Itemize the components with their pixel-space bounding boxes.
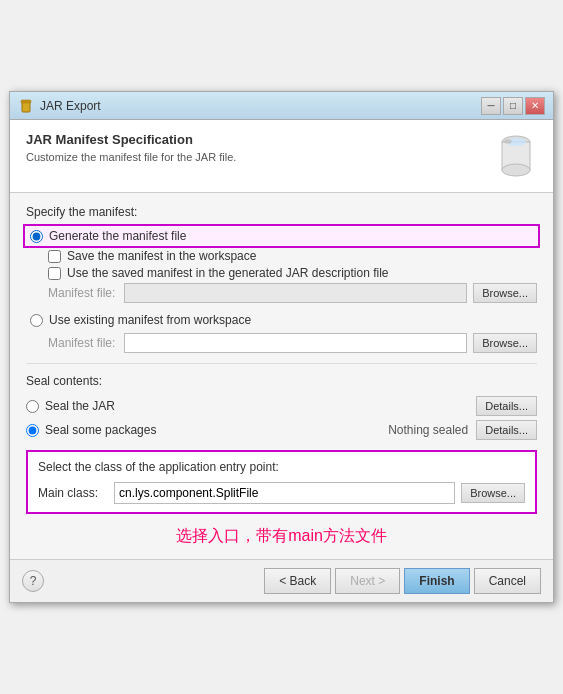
main-class-label: Main class: xyxy=(38,486,108,500)
svg-rect-6 xyxy=(505,140,511,143)
cancel-button[interactable]: Cancel xyxy=(474,568,541,594)
nothing-sealed-text: Nothing sealed xyxy=(388,423,468,437)
manifest-file-input2[interactable] xyxy=(124,333,467,353)
header-text: JAR Manifest Specification Customize the… xyxy=(26,132,236,163)
generate-manifest-label: Generate the manifest file xyxy=(49,229,186,243)
jar-icon xyxy=(495,132,537,182)
manifest-file-label1: Manifest file: xyxy=(48,286,118,300)
minimize-button[interactable]: ─ xyxy=(481,97,501,115)
seal-some-details-button[interactable]: Details... xyxy=(476,420,537,440)
entry-point-title: Select the class of the application entr… xyxy=(38,460,525,474)
next-button[interactable]: Next > xyxy=(335,568,400,594)
seal-some-label: Seal some packages xyxy=(45,423,156,437)
browse-button-2[interactable]: Browse... xyxy=(473,333,537,353)
seal-some-left[interactable]: Seal some packages xyxy=(26,423,156,437)
use-saved-checkbox[interactable] xyxy=(48,267,61,280)
seal-some-row: Seal some packages Nothing sealed Detail… xyxy=(26,420,537,440)
svg-rect-0 xyxy=(22,102,30,112)
titlebar: JAR Export ─ □ ✕ xyxy=(10,92,553,120)
generate-manifest-radio[interactable] xyxy=(30,230,43,243)
maximize-button[interactable]: □ xyxy=(503,97,523,115)
titlebar-controls: ─ □ ✕ xyxy=(481,97,545,115)
seal-jar-left[interactable]: Seal the JAR xyxy=(26,399,115,413)
close-button[interactable]: ✕ xyxy=(525,97,545,115)
entry-point-box: Select the class of the application entr… xyxy=(26,450,537,514)
seal-jar-details-button[interactable]: Details... xyxy=(476,396,537,416)
window-title: JAR Export xyxy=(40,99,101,113)
generate-manifest-option[interactable]: Generate the manifest file xyxy=(26,227,537,245)
entry-point-row: Main class: Browse... xyxy=(38,482,525,504)
seal-some-right: Nothing sealed Details... xyxy=(388,420,537,440)
save-workspace-checkbox[interactable] xyxy=(48,250,61,263)
save-workspace-label: Save the manifest in the workspace xyxy=(67,249,256,263)
jar-title-icon xyxy=(18,98,34,114)
titlebar-left: JAR Export xyxy=(18,98,101,114)
browse-button-1[interactable]: Browse... xyxy=(473,283,537,303)
seal-section: Seal contents: Seal the JAR Details... S… xyxy=(26,374,537,440)
main-class-input[interactable] xyxy=(114,482,455,504)
save-workspace-checkbox-row[interactable]: Save the manifest in the workspace xyxy=(48,249,537,263)
seal-jar-label: Seal the JAR xyxy=(45,399,115,413)
main-content: Specify the manifest: Generate the manif… xyxy=(10,193,553,559)
back-button[interactable]: < Back xyxy=(264,568,331,594)
footer: ? < Back Next > Finish Cancel xyxy=(10,559,553,602)
header-title: JAR Manifest Specification xyxy=(26,132,236,147)
manifest-file-input1[interactable] xyxy=(124,283,467,303)
manifest-file-label2: Manifest file: xyxy=(48,336,118,350)
use-existing-manifest-option[interactable]: Use existing manifest from workspace xyxy=(26,311,537,329)
svg-point-4 xyxy=(502,164,530,176)
use-saved-checkbox-row[interactable]: Use the saved manifest in the generated … xyxy=(48,266,537,280)
entry-point-browse-button[interactable]: Browse... xyxy=(461,483,525,503)
header-subtitle: Customize the manifest file for the JAR … xyxy=(26,151,236,163)
svg-rect-1 xyxy=(21,100,31,103)
jar-export-window: JAR Export ─ □ ✕ JAR Manifest Specificat… xyxy=(9,91,554,603)
help-button[interactable]: ? xyxy=(22,570,44,592)
divider xyxy=(26,363,537,364)
seal-some-radio[interactable] xyxy=(26,424,39,437)
seal-jar-radio[interactable] xyxy=(26,400,39,413)
footer-buttons: < Back Next > Finish Cancel xyxy=(264,568,541,594)
annotation-text: 选择入口，带有main方法文件 xyxy=(26,526,537,547)
manifest-file-row-existing: Manifest file: Browse... xyxy=(48,333,537,353)
specify-manifest-label: Specify the manifest: xyxy=(26,205,537,219)
use-existing-manifest-label: Use existing manifest from workspace xyxy=(49,313,251,327)
manifest-file-row-generate: Manifest file: Browse... xyxy=(48,283,537,303)
finish-button[interactable]: Finish xyxy=(404,568,469,594)
header-section: JAR Manifest Specification Customize the… xyxy=(10,120,553,193)
seal-contents-label: Seal contents: xyxy=(26,374,537,388)
use-saved-label: Use the saved manifest in the generated … xyxy=(67,266,389,280)
seal-jar-right: Details... xyxy=(476,396,537,416)
use-existing-manifest-radio[interactable] xyxy=(30,314,43,327)
seal-jar-row: Seal the JAR Details... xyxy=(26,396,537,416)
